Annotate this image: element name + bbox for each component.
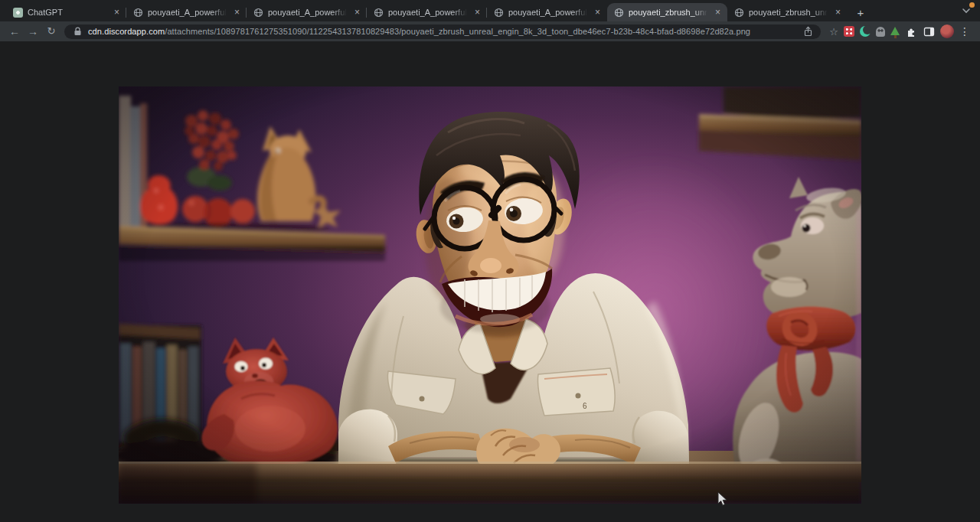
share-icon[interactable] [802, 25, 814, 38]
tab-powerful-modern-3[interactable]: pouyaeti_A_powerful_modern × [367, 3, 487, 21]
extension-red-grid-icon[interactable] [844, 26, 854, 37]
page-content: 6 [0, 41, 980, 522]
tab-close-icon[interactable]: × [472, 7, 483, 18]
tab-label: pouyaeti_A_powerful_modern [388, 8, 467, 17]
forward-button[interactable]: → [24, 21, 41, 41]
tab-search-chevron-icon[interactable] [962, 7, 971, 15]
chatgpt-favicon [13, 8, 23, 18]
tab-powerful-modern-2[interactable]: pouyaeti_A_powerful_modern × [247, 3, 367, 21]
extension-area: ☆ ⋮ [825, 24, 974, 38]
browser-toolbar: ← → ↻ cdn.discordapp.com/attachments/108… [0, 21, 980, 41]
tab-zbrush-unreal-2[interactable]: pouyaeti_zbrush_unreal_engin × [727, 3, 848, 21]
tab-label: pouyaeti_A_powerful_modern [268, 8, 347, 17]
tab-label: pouyaeti_A_powerful_modern [508, 8, 587, 17]
extension-tree-icon[interactable] [890, 27, 900, 35]
reload-button[interactable]: ↻ [43, 21, 60, 41]
side-panel-icon[interactable] [923, 25, 935, 38]
new-tab-button[interactable]: + [851, 3, 871, 21]
viewed-image[interactable]: 6 [119, 86, 861, 504]
bookmark-star-icon[interactable]: ☆ [829, 26, 838, 38]
profile-avatar[interactable] [940, 24, 954, 38]
update-notification-dot [969, 2, 975, 8]
tab-label: pouyaeti_A_powerful_modern [148, 8, 227, 17]
vignette [119, 86, 861, 504]
menu-dots-icon[interactable]: ⋮ [959, 25, 970, 38]
globe-favicon [133, 8, 143, 18]
tab-powerful-modern-1[interactable]: pouyaeti_A_powerful_modern × [126, 3, 247, 21]
tab-close-icon[interactable]: × [111, 7, 122, 18]
tab-label: pouyaeti_zbrush_unreal_engin [749, 8, 828, 17]
extensions-puzzle-icon[interactable] [905, 25, 917, 38]
address-bar[interactable]: cdn.discordapp.com/attachments/108978176… [64, 24, 821, 39]
globe-favicon [494, 8, 504, 18]
globe-favicon [734, 8, 744, 18]
globe-favicon [614, 8, 624, 18]
tab-close-icon[interactable]: × [712, 7, 724, 18]
mouse-cursor [717, 491, 727, 507]
tab-strip: ChatGPT × pouyaeti_A_powerful_modern × p… [0, 0, 980, 21]
url-domain: cdn.discordapp.com [88, 27, 165, 36]
tab-zbrush-unreal-active[interactable]: pouyaeti_zbrush_unreal_engin × [607, 3, 727, 21]
tab-label: pouyaeti_zbrush_unreal_engin [629, 8, 707, 17]
tab-close-icon[interactable]: × [832, 7, 844, 18]
back-button[interactable]: ← [6, 21, 23, 41]
tab-close-icon[interactable]: × [231, 7, 243, 18]
tab-close-icon[interactable]: × [592, 7, 603, 18]
extension-ghost-icon[interactable] [876, 27, 885, 37]
tab-close-icon[interactable]: × [351, 7, 363, 18]
tab-powerful-modern-4[interactable]: pouyaeti_A_powerful_modern × [487, 3, 607, 21]
dark-reader-moon-icon[interactable] [860, 26, 871, 37]
globe-favicon [374, 8, 384, 18]
url-text: cdn.discordapp.com/attachments/108978176… [88, 27, 797, 36]
url-path: /attachments/1089781761275351090/1122543… [165, 27, 750, 36]
globe-favicon [253, 8, 263, 18]
lock-icon [71, 25, 83, 38]
tab-label: ChatGPT [28, 8, 106, 17]
tab-chatgpt[interactable]: ChatGPT × [6, 3, 126, 21]
